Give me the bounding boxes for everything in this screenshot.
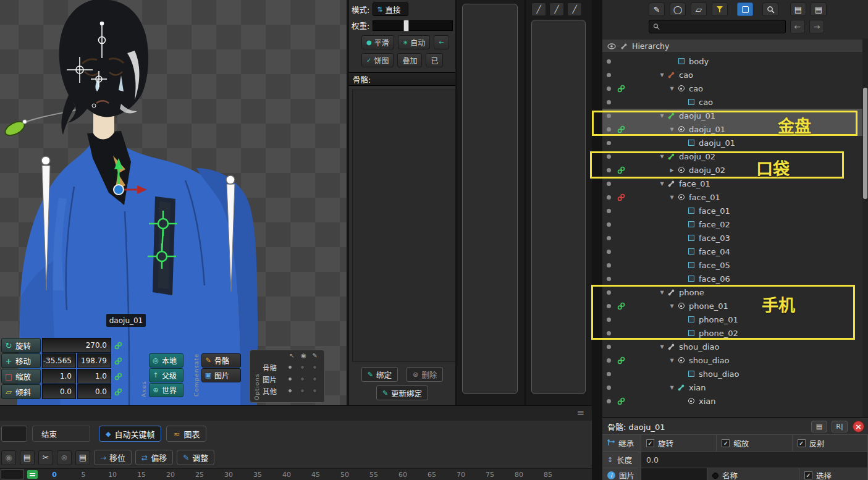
ruler-tick-25[interactable]: 25 [195, 471, 204, 479]
visibility-dot[interactable] [607, 182, 611, 186]
clear-keys-button[interactable]: ⊗ [57, 450, 72, 465]
visibility-dot[interactable] [607, 100, 611, 104]
options-row-0[interactable]: 骨骼 [263, 361, 321, 373]
scale-link-icon[interactable] [112, 369, 124, 384]
scale-value-field-1[interactable]: 1.0 [77, 369, 111, 384]
shear-value-field-1[interactable]: 0.0 [77, 384, 111, 399]
tree-row-phone[interactable]: ▼phone [602, 285, 862, 299]
translate-tool-button[interactable]: +移动 [1, 353, 41, 368]
expand-open-icon[interactable]: ▼ [668, 127, 676, 132]
green-link-icon[interactable] [617, 356, 625, 364]
axes-parent-button[interactable]: ↑父级 [149, 368, 183, 382]
options-row-1[interactable]: 图片 [263, 373, 321, 385]
expand-open-icon[interactable]: ▼ [668, 385, 676, 390]
ruler-tick-20[interactable]: 20 [166, 471, 175, 479]
update-bindings-button[interactable]: ✎ 更新绑定 [376, 385, 428, 400]
prune-button[interactable]: ← [434, 35, 449, 49]
tree-row-face_06[interactable]: face_06 [602, 272, 862, 285]
ruler-tick-45[interactable]: 45 [311, 471, 320, 479]
visibility-dot[interactable] [607, 195, 611, 200]
search-prev-button[interactable]: ← [790, 20, 805, 33]
tree-row-body[interactable]: body [602, 54, 862, 68]
copy-pose-button[interactable]: ▤ [790, 2, 806, 16]
autokey-button[interactable]: ◆ 自动关键帧 [99, 426, 161, 442]
compensate-bones-button[interactable]: ✎骨骼 [201, 353, 241, 368]
pie-toggle[interactable]: ✓ 饼图 [361, 53, 394, 67]
empty-list[interactable] [531, 20, 586, 394]
ruler-tick-35[interactable]: 35 [253, 471, 262, 479]
radio-icon[interactable] [313, 365, 317, 369]
axes-local-button[interactable]: ◎本地 [149, 353, 183, 368]
copy-settings-button[interactable]: ▤ [811, 421, 827, 432]
rename-button[interactable]: R| [832, 421, 848, 432]
viewport-canvas[interactable]: daoju_01 ↻旋转270.0+移动-35.565198.79□缩放1.01… [0, 0, 347, 405]
radio-icon[interactable] [288, 389, 292, 393]
visibility-dot[interactable] [607, 358, 611, 363]
expand-open-icon[interactable]: ▼ [668, 358, 676, 363]
tree-row-face_05[interactable]: face_05 [602, 258, 862, 272]
tree-row-face_02[interactable]: face_02 [602, 217, 862, 231]
red-link-icon[interactable] [617, 193, 625, 201]
expand-open-icon[interactable]: ▼ [658, 72, 666, 78]
ruler-tick-75[interactable]: 75 [486, 471, 494, 479]
tree-row-cao[interactable]: ▼cao [602, 68, 862, 82]
visibility-dot[interactable] [607, 154, 611, 159]
visibility-dot[interactable] [607, 345, 611, 349]
tree-row-phone_01[interactable]: ▼phone_01 [602, 299, 862, 313]
tree-row-daoju_01[interactable]: daoju_01 [602, 136, 862, 149]
visibility-dot[interactable] [607, 250, 611, 254]
scale-tool-button[interactable]: □缩放 [1, 369, 41, 384]
green-link-icon[interactable] [617, 84, 625, 93]
smooth-button[interactable]: ● 平滑 [361, 35, 394, 49]
frame-number-input[interactable] [1, 426, 27, 442]
ruler-tick-65[interactable]: 65 [428, 471, 436, 479]
visibility-dot[interactable] [607, 222, 611, 227]
expand-open-icon[interactable]: ▼ [668, 86, 676, 91]
pencil-tool-button[interactable]: ✎ [649, 2, 665, 16]
visibility-dot[interactable] [607, 209, 611, 213]
expand-open-icon[interactable]: ▼ [658, 181, 666, 187]
end-frame-box[interactable]: 结束 [32, 426, 90, 442]
rotate-tool-button[interactable]: ↻旋转 [1, 338, 41, 353]
shear-value-field-0[interactable]: 0.0 [42, 384, 76, 399]
delete-button[interactable]: ⊗ 删除 [407, 367, 443, 382]
ruler-tick-10[interactable]: 10 [108, 471, 117, 479]
tree-row-shou_diao[interactable]: ▼shou_diao [602, 353, 862, 367]
tree-row-daoju_02[interactable]: ▶daoju_02 [602, 163, 862, 177]
ruler-tick-15[interactable]: 15 [137, 471, 146, 479]
visibility-dot[interactable] [607, 277, 611, 281]
visibility-dot[interactable] [607, 304, 611, 308]
tree-row-phone_02[interactable]: phone_02 [602, 326, 862, 340]
ruler-tick-55[interactable]: 55 [369, 471, 378, 479]
radio-icon[interactable] [300, 377, 305, 381]
scrollbar-thumb[interactable] [863, 88, 867, 199]
tree-row-face_04[interactable]: face_04 [602, 245, 862, 258]
zoom-button[interactable] [762, 2, 778, 16]
translate-value-field-1[interactable]: 198.79 [77, 353, 111, 368]
cut-keys-button[interactable]: ✂ [38, 450, 53, 465]
visibility-dot[interactable] [607, 318, 611, 322]
translate-link-icon[interactable] [112, 353, 124, 368]
rotate-value-field-0[interactable]: 270.0 [42, 338, 111, 353]
copy-keys-button[interactable]: ▤ [20, 450, 35, 465]
shear-link-icon[interactable] [112, 384, 124, 399]
tree-row-xian[interactable]: xian [602, 394, 862, 408]
ruler-tick-70[interactable]: 70 [457, 471, 465, 479]
filter-button[interactable] [712, 2, 728, 16]
shift-button[interactable]: → 移位 [94, 450, 132, 465]
frame-select-button[interactable] [737, 2, 753, 16]
snap-button[interactable]: ◉ [1, 450, 16, 465]
green-link-icon[interactable] [617, 125, 625, 133]
inherit-rotation-toggle[interactable]: ✓ 旋转 [641, 434, 717, 452]
tree-row-shou_diao[interactable]: ▼shou_diao [602, 340, 862, 353]
ruler-tick-80[interactable]: 80 [515, 471, 523, 479]
expand-open-icon[interactable]: ▼ [658, 154, 666, 159]
tree-row-daoju_02[interactable]: ▼daoju_02 [602, 149, 862, 163]
graph-button[interactable]: ≈ 图表 [166, 426, 206, 442]
visibility-dot[interactable] [607, 385, 611, 390]
search-input[interactable] [663, 22, 782, 31]
eraser-tool-button[interactable]: ▱ [691, 2, 707, 16]
weight-slider[interactable] [373, 20, 453, 31]
visibility-dot[interactable] [607, 127, 611, 132]
green-link-icon[interactable] [617, 301, 625, 310]
